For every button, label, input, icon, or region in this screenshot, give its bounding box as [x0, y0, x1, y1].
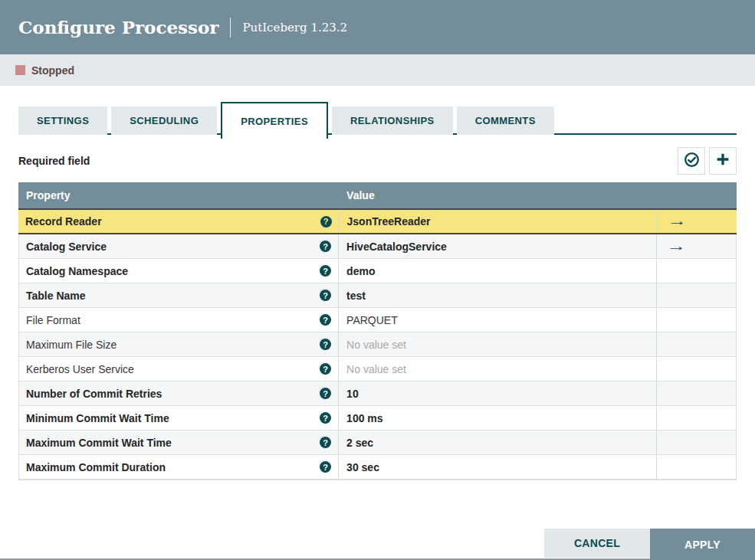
- goto-cell: →: [656, 455, 736, 479]
- help-icon[interactable]: ?: [320, 412, 331, 424]
- tab-label: SCHEDULING: [130, 115, 199, 126]
- property-value: No value set: [346, 363, 406, 375]
- property-cell[interactable]: Minimum Commit Wait Time ?: [19, 406, 338, 430]
- property-row[interactable]: Record Reader ? JsonTreeReader →: [18, 208, 737, 234]
- property-name: Number of Commit Retries: [26, 388, 162, 400]
- property-name: File Format: [26, 314, 80, 326]
- status-bar: Stopped: [0, 54, 755, 86]
- value-cell[interactable]: test: [338, 283, 656, 307]
- property-cell[interactable]: Number of Commit Retries ?: [19, 382, 338, 405]
- add-property-button[interactable]: [709, 147, 737, 175]
- goto-cell: →: [656, 431, 736, 454]
- help-icon[interactable]: ?: [320, 388, 331, 399]
- value-cell[interactable]: No value set: [338, 357, 656, 381]
- properties-table: Property Value Record Reader ? JsonTreeR…: [18, 182, 737, 480]
- property-cell[interactable]: Maximum File Size ?: [19, 332, 338, 356]
- required-field-label: Required field: [18, 155, 90, 167]
- property-row[interactable]: Catalog Service ? HiveCatalogService →: [19, 234, 736, 259]
- processor-name-version: PutIceberg 1.23.2: [242, 21, 347, 34]
- property-value: 30 sec: [346, 461, 379, 473]
- go-to-service-icon[interactable]: →: [668, 214, 688, 229]
- value-cell[interactable]: No value set: [338, 332, 656, 356]
- property-name: Table Name: [26, 290, 86, 302]
- tab-properties[interactable]: PROPERTIES: [221, 102, 328, 139]
- value-cell[interactable]: JsonTreeReader: [339, 210, 658, 233]
- property-cell[interactable]: Kerberos User Service ?: [19, 357, 338, 381]
- properties-toolbar: Required field: [18, 147, 737, 175]
- help-icon[interactable]: ?: [320, 265, 331, 277]
- property-cell[interactable]: Maximum Commit Wait Time ?: [19, 431, 338, 454]
- tab-settings[interactable]: SETTINGS: [18, 106, 107, 135]
- cancel-button[interactable]: CANCEL: [544, 529, 650, 558]
- column-header-property: Property: [18, 189, 338, 201]
- property-cell[interactable]: File Format ?: [19, 308, 338, 332]
- dialog-content: SETTINGS SCHEDULING PROPERTIES RELATIONS…: [0, 86, 755, 480]
- help-icon[interactable]: ?: [320, 461, 331, 473]
- property-cell[interactable]: Table Name ?: [19, 283, 338, 307]
- tab-label: COMMENTS: [475, 115, 536, 126]
- property-name: Maximum File Size: [26, 339, 117, 351]
- value-cell[interactable]: HiveCatalogService: [338, 234, 656, 258]
- property-row[interactable]: File Format ? PARQUET →: [19, 308, 736, 332]
- property-row[interactable]: Table Name ? test →: [19, 283, 736, 308]
- property-cell[interactable]: Catalog Namespace ?: [19, 259, 338, 283]
- toolbar-buttons: [678, 147, 737, 175]
- verify-properties-icon: [684, 152, 700, 171]
- verify-properties-button[interactable]: [678, 147, 705, 175]
- property-row[interactable]: Minimum Commit Wait Time ? 100 ms →: [19, 406, 736, 431]
- column-header-value: Value: [338, 189, 656, 201]
- help-icon[interactable]: ?: [320, 363, 331, 375]
- tab-label: RELATIONSHIPS: [350, 115, 435, 126]
- property-row[interactable]: Number of Commit Retries ? 10 →: [19, 382, 736, 406]
- tabs-area: SETTINGS SCHEDULING PROPERTIES RELATIONS…: [18, 86, 737, 139]
- goto-cell: →: [656, 234, 736, 258]
- property-name: Maximum Commit Wait Time: [26, 437, 172, 449]
- value-cell[interactable]: 100 ms: [338, 406, 656, 430]
- property-cell[interactable]: Record Reader ?: [18, 210, 339, 233]
- property-name: Record Reader: [25, 215, 102, 228]
- value-cell[interactable]: 2 sec: [338, 431, 656, 454]
- value-cell[interactable]: demo: [338, 259, 656, 283]
- go-to-service-icon[interactable]: →: [667, 239, 687, 254]
- tab-label: SETTINGS: [37, 115, 89, 126]
- goto-cell: →: [656, 332, 736, 356]
- goto-cell: →: [656, 382, 736, 405]
- apply-button[interactable]: APPLY: [650, 529, 755, 560]
- value-cell[interactable]: 30 sec: [338, 455, 656, 479]
- value-cell[interactable]: PARQUET: [338, 308, 656, 332]
- help-icon[interactable]: ?: [320, 216, 332, 228]
- property-value: JsonTreeReader: [347, 215, 431, 228]
- tab-label: PROPERTIES: [241, 116, 308, 127]
- help-icon[interactable]: ?: [320, 290, 331, 301]
- help-icon[interactable]: ?: [320, 339, 331, 350]
- goto-cell: →: [656, 259, 736, 283]
- property-value: demo: [346, 265, 375, 277]
- property-row[interactable]: Catalog Namespace ? demo →: [19, 259, 736, 283]
- tab-comments[interactable]: COMMENTS: [457, 106, 554, 135]
- property-name: Minimum Commit Wait Time: [26, 412, 169, 424]
- help-icon[interactable]: ?: [320, 437, 331, 448]
- property-value: 2 sec: [346, 437, 373, 449]
- help-icon[interactable]: ?: [320, 241, 331, 252]
- dialog-title: Configure Processor: [18, 17, 218, 38]
- goto-cell: →: [656, 283, 736, 307]
- property-value: 10: [346, 388, 359, 400]
- value-cell[interactable]: 10: [338, 382, 656, 405]
- plus-icon: [714, 151, 731, 171]
- title-divider: [230, 18, 231, 38]
- property-name: Catalog Namespace: [26, 265, 128, 277]
- property-row[interactable]: Kerberos User Service ? No value set →: [19, 357, 736, 382]
- status-label: Stopped: [31, 64, 74, 77]
- property-cell[interactable]: Catalog Service ?: [19, 234, 338, 258]
- goto-cell: →: [656, 406, 736, 430]
- property-value: No value set: [346, 339, 406, 351]
- property-row[interactable]: Maximum Commit Wait Time ? 2 sec →: [19, 431, 736, 455]
- tab-scheduling[interactable]: SCHEDULING: [111, 106, 217, 135]
- property-row[interactable]: Maximum Commit Duration ? 30 sec →: [19, 455, 736, 480]
- property-name: Kerberos User Service: [26, 363, 134, 375]
- property-cell[interactable]: Maximum Commit Duration ?: [19, 455, 338, 479]
- table-body: Record Reader ? JsonTreeReader → Catalog…: [19, 208, 736, 480]
- help-icon[interactable]: ?: [320, 314, 331, 326]
- property-row[interactable]: Maximum File Size ? No value set →: [19, 332, 736, 357]
- tab-relationships[interactable]: RELATIONSHIPS: [332, 106, 453, 135]
